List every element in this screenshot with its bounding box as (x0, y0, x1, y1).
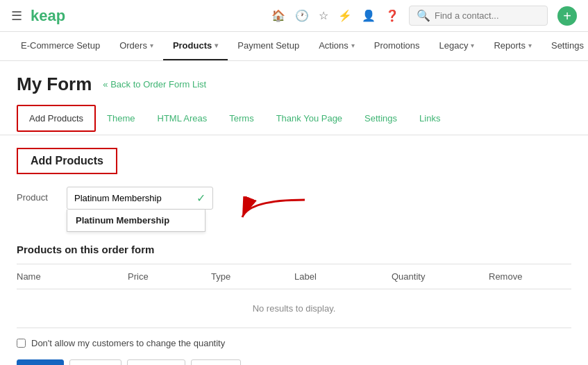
tab-thank-you-page-label: Thank You Page (276, 113, 342, 124)
col-label: Label (294, 271, 392, 282)
page-header: My Form Back to Order Form List (0, 61, 588, 102)
nav-item-reports[interactable]: Reports ▾ (484, 32, 541, 60)
tab-settings-label: Settings (364, 113, 397, 124)
chevron-down-icon: ▾ (215, 42, 218, 49)
checkbox-row: Don't allow my customers to change the q… (17, 338, 571, 348)
products-section-title: Products on this order form (17, 244, 571, 255)
search-icon: 🔍 (417, 9, 430, 22)
top-bar: ☰ keap 🏠 🕐 ☆ ⚡ 👤 ❓ 🔍 + (0, 0, 588, 32)
table-empty-message: No results to display. (17, 289, 571, 328)
tab-add-products[interactable]: Add Products (17, 105, 96, 132)
section-header: Add Products (17, 148, 117, 174)
chevron-down-icon: ▾ (351, 42, 355, 49)
chevron-down-icon: ▾ (471, 42, 474, 49)
tab-add-products-label: Add Products (29, 113, 83, 124)
action-buttons: Save Delete Preview Clone (17, 359, 571, 365)
nav-item-settings[interactable]: Settings (541, 32, 588, 60)
search-bar: 🔍 (409, 6, 548, 26)
chevron-down-icon: ▾ (528, 42, 532, 49)
nav-item-legacy[interactable]: Legacy ▾ (430, 32, 485, 60)
nav-label-ecommerce: E-Commerce Setup (21, 40, 100, 51)
clock-icon[interactable]: 🕐 (295, 9, 309, 22)
back-link[interactable]: Back to Order Form List (103, 79, 206, 90)
tab-terms-label: Terms (229, 113, 253, 124)
quantity-checkbox[interactable] (17, 339, 26, 348)
tab-links-label: Links (419, 113, 440, 124)
col-price: Price (128, 271, 211, 282)
search-input[interactable] (435, 10, 539, 21)
products-section: Products on this order form Name Price T… (17, 244, 571, 328)
nav-label-payment: Payment Setup (237, 40, 299, 51)
nav-label-settings: Settings (551, 40, 584, 51)
col-remove: Remove (489, 271, 558, 282)
top-icons: 🏠 🕐 ☆ ⚡ 👤 ❓ 🔍 + (271, 6, 577, 26)
tab-html-areas[interactable]: HTML Areas (146, 106, 219, 130)
col-name: Name (17, 271, 128, 282)
nav-item-orders[interactable]: Orders ▾ (110, 32, 163, 60)
nav-item-products[interactable]: Products ▾ (163, 32, 228, 60)
chevron-down-icon: ▾ (150, 42, 153, 49)
logo: keap (31, 7, 65, 25)
nav-label-reports: Reports (494, 40, 526, 51)
product-row: Product ✓ Platinum Membership (17, 187, 571, 221)
tabs-bar: Add Products Theme HTML Areas Terms Than… (0, 102, 588, 135)
save-button[interactable]: Save (17, 359, 64, 365)
red-arrow-icon (228, 196, 312, 231)
hamburger-icon[interactable]: ☰ (11, 8, 22, 24)
product-dropdown-container: ✓ Platinum Membership (67, 187, 213, 210)
home-icon[interactable]: 🏠 (271, 9, 285, 22)
tab-theme[interactable]: Theme (96, 106, 146, 130)
table-header: Name Price Type Label Quantity Remove (17, 264, 571, 289)
bolt-icon[interactable]: ⚡ (338, 9, 352, 22)
nav-label-legacy: Legacy (439, 40, 469, 51)
check-icon: ✓ (196, 192, 205, 205)
add-contact-button[interactable]: + (557, 6, 577, 26)
preview-button[interactable]: Preview (127, 359, 185, 365)
help-icon[interactable]: ❓ (385, 9, 399, 22)
nav-menu: E-Commerce Setup Orders ▾ Products ▾ Pay… (0, 32, 588, 61)
nav-label-promotions: Promotions (374, 40, 420, 51)
nav-label-products: Products (173, 40, 212, 51)
page-title: My Form (17, 74, 92, 95)
nav-label-actions: Actions (319, 40, 348, 51)
tab-theme-label: Theme (107, 113, 135, 124)
tab-thank-you-page[interactable]: Thank You Page (265, 106, 353, 130)
product-input[interactable] (74, 193, 191, 203)
col-quantity: Quantity (392, 271, 489, 282)
content-area: Add Products Product ✓ Platinum Membersh… (0, 135, 588, 365)
dropdown-option-platinum[interactable]: Platinum Membership (67, 210, 205, 232)
nav-item-actions[interactable]: Actions ▾ (309, 32, 364, 60)
product-label: Product (17, 187, 58, 203)
tab-links[interactable]: Links (408, 106, 451, 130)
person-icon[interactable]: 👤 (362, 9, 376, 22)
tab-settings[interactable]: Settings (353, 106, 408, 130)
delete-button[interactable]: Delete (69, 359, 122, 365)
nav-item-payment[interactable]: Payment Setup (228, 32, 309, 60)
clone-button[interactable]: Clone (191, 359, 241, 365)
dropdown-option-label: Platinum Membership (76, 215, 169, 226)
nav-label-orders: Orders (119, 40, 147, 51)
tab-terms[interactable]: Terms (218, 106, 264, 130)
nav-item-promotions[interactable]: Promotions (364, 32, 430, 60)
star-icon[interactable]: ☆ (319, 9, 328, 22)
tab-html-areas-label: HTML Areas (158, 113, 208, 124)
nav-item-ecommerce[interactable]: E-Commerce Setup (11, 32, 110, 60)
col-type: Type (211, 271, 294, 282)
products-table: Name Price Type Label Quantity Remove No… (17, 264, 571, 328)
product-input-wrap[interactable]: ✓ (67, 187, 213, 210)
quantity-checkbox-label: Don't allow my customers to change the q… (31, 338, 225, 348)
